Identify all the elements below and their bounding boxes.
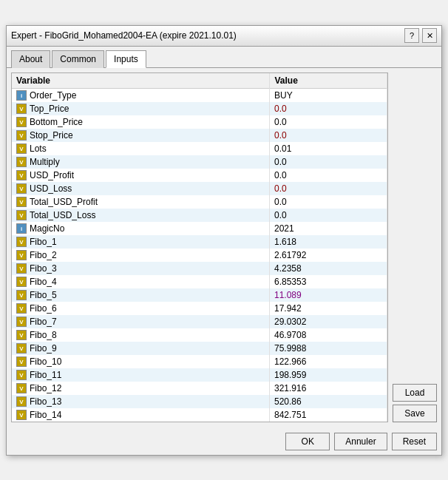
tab-inputs[interactable]: Inputs	[106, 50, 146, 68]
tab-bar: About Common Inputs	[7, 47, 441, 68]
variable-name: Fibo_2	[30, 250, 57, 260]
title-bar-buttons: ? ✕	[404, 28, 437, 43]
tab-common[interactable]: Common	[52, 50, 104, 68]
variable-name: Fibo_4	[30, 277, 57, 287]
value-cell: 6.85353	[270, 275, 387, 288]
col-value: Value	[270, 73, 387, 89]
cancel-button[interactable]: Annuler	[334, 433, 387, 450]
var-icon: V	[16, 104, 27, 114]
value-cell: 0.0	[270, 155, 387, 169]
table-row[interactable]: VFibo_975.9988	[12, 342, 387, 355]
variable-name: Stop_Price	[30, 130, 73, 141]
var-icon: V	[16, 356, 27, 367]
table-row[interactable]: VFibo_11198.959	[12, 368, 387, 382]
table-row[interactable]: VFibo_22.61792	[12, 249, 387, 262]
value-cell: 0.0	[270, 209, 387, 222]
table-row[interactable]: VFibo_11.618	[12, 235, 387, 249]
table-row[interactable]: VFibo_13520.86	[12, 395, 387, 408]
var-icon: V	[16, 383, 27, 393]
variable-name: Fibo_11	[30, 370, 61, 380]
table-row[interactable]: VFibo_846.9708	[12, 328, 387, 342]
table-row[interactable]: VBottom_Price0.0	[12, 115, 387, 129]
value-cell: 0.0	[270, 182, 387, 195]
table-row[interactable]: VFibo_46.85353	[12, 275, 387, 288]
value-cell: 2021	[270, 222, 387, 235]
close-button[interactable]: ✕	[422, 28, 437, 43]
var-icon: V	[16, 317, 27, 327]
variable-name: Total_USD_Loss	[30, 210, 95, 220]
variable-name: Top_Price	[30, 104, 69, 114]
var-icon: V	[16, 330, 27, 340]
var-icon: V	[16, 396, 27, 407]
variable-name: Lots	[30, 143, 47, 154]
variable-name: Fibo_10	[30, 356, 61, 367]
params-table: Variable Value iOrder_TypeBUYVTop_Price0…	[12, 73, 387, 422]
variable-name: Order_Type	[30, 90, 76, 101]
variable-name: USD_Loss	[30, 183, 72, 194]
ok-button[interactable]: OK	[285, 433, 330, 450]
variable-name: Bottom_Price	[30, 117, 83, 127]
main-window: Expert - FiboGrid_Mohamed2004-EA (expire…	[6, 25, 442, 456]
variable-name: Fibo_5	[30, 290, 57, 300]
value-cell: 520.86	[270, 395, 387, 408]
var-icon: V	[16, 130, 27, 141]
variable-name: Fibo_1	[30, 237, 57, 247]
variable-name: MagicNo	[30, 223, 64, 234]
variable-name: Fibo_8	[30, 330, 57, 340]
var-icon: V	[16, 410, 27, 420]
table-row[interactable]: VFibo_617.942	[12, 302, 387, 315]
save-button[interactable]: Save	[393, 405, 437, 422]
value-cell: 11.089	[270, 288, 387, 302]
var-icon: V	[16, 263, 27, 274]
value-cell: 842.751	[270, 408, 387, 422]
table-row[interactable]: iOrder_TypeBUY	[12, 88, 387, 102]
var-icon: V	[16, 117, 27, 127]
tab-about[interactable]: About	[11, 50, 50, 68]
variable-name: USD_Profit	[30, 170, 74, 180]
table-row[interactable]: VUSD_Profit0.0	[12, 169, 387, 182]
table-row[interactable]: VMultiply0.0	[12, 155, 387, 169]
table-row[interactable]: VStop_Price0.0	[12, 129, 387, 142]
var-icon: i	[16, 223, 27, 234]
var-icon: V	[16, 210, 27, 220]
table-row[interactable]: VFibo_10122.966	[12, 355, 387, 368]
variable-name: Fibo_14	[30, 410, 61, 420]
value-cell: 122.966	[270, 355, 387, 368]
reset-button[interactable]: Reset	[392, 433, 437, 450]
table-wrapper: Variable Value iOrder_TypeBUYVTop_Price0…	[11, 72, 388, 422]
var-icon: V	[16, 277, 27, 287]
table-row[interactable]: VTotal_USD_Loss0.0	[12, 209, 387, 222]
value-cell: 46.9708	[270, 328, 387, 342]
table-container[interactable]: Variable Value iOrder_TypeBUYVTop_Price0…	[11, 72, 388, 422]
table-row[interactable]: VUSD_Loss0.0	[12, 182, 387, 195]
variable-name: Multiply	[30, 157, 60, 167]
table-row[interactable]: VFibo_12321.916	[12, 382, 387, 395]
var-icon: V	[16, 303, 27, 314]
table-row[interactable]: VFibo_14842.751	[12, 408, 387, 422]
value-cell: 2.61792	[270, 249, 387, 262]
value-cell: 0.01	[270, 142, 387, 155]
var-icon: V	[16, 250, 27, 260]
variable-name: Fibo_6	[30, 303, 57, 314]
table-row[interactable]: VTop_Price0.0	[12, 102, 387, 115]
variable-name: Fibo_12	[30, 383, 61, 393]
table-row[interactable]: VFibo_34.2358	[12, 262, 387, 275]
variable-name: Fibo_3	[30, 263, 57, 274]
value-cell: BUY	[270, 88, 387, 102]
value-cell: 321.916	[270, 382, 387, 395]
value-cell: 0.0	[270, 195, 387, 209]
help-button[interactable]: ?	[404, 28, 419, 43]
col-variable: Variable	[12, 73, 270, 89]
table-row[interactable]: VTotal_USD_Profit0.0	[12, 195, 387, 209]
var-icon: V	[16, 170, 27, 180]
table-row[interactable]: VFibo_511.089	[12, 288, 387, 302]
var-icon: i	[16, 90, 27, 101]
load-button[interactable]: Load	[393, 384, 437, 402]
table-row[interactable]: VLots0.01	[12, 142, 387, 155]
main-area: Variable Value iOrder_TypeBUYVTop_Price0…	[7, 68, 441, 427]
table-row[interactable]: VFibo_729.0302	[12, 315, 387, 328]
var-icon: V	[16, 343, 27, 354]
table-row[interactable]: iMagicNo2021	[12, 222, 387, 235]
value-cell: 75.9988	[270, 342, 387, 355]
value-cell: 17.942	[270, 302, 387, 315]
